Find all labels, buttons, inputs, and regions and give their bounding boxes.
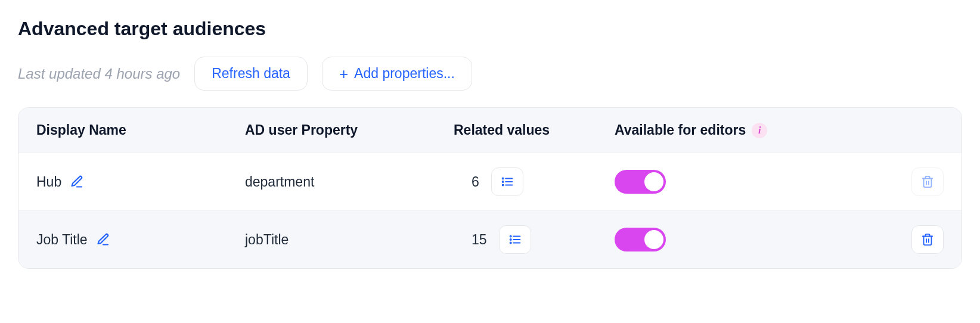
cell-display-name: Hub <box>36 174 245 190</box>
refresh-data-label: Refresh data <box>212 66 290 82</box>
trash-icon <box>921 233 934 246</box>
available-toggle[interactable] <box>615 228 666 251</box>
table-row: Job Title jobTitle 15 <box>18 210 962 268</box>
svg-point-4 <box>503 181 504 182</box>
toggle-knob <box>644 172 663 191</box>
svg-point-13 <box>510 243 511 244</box>
trash-icon <box>921 175 934 188</box>
svg-point-12 <box>510 239 511 240</box>
related-values-count: 6 <box>472 174 479 190</box>
cell-related-values: 15 <box>454 225 615 254</box>
table-header-row: Display Name AD user Property Related va… <box>18 108 962 153</box>
cell-ad-property: jobTitle <box>245 232 454 248</box>
view-values-button[interactable] <box>491 167 523 196</box>
properties-table: Display Name AD user Property Related va… <box>18 107 962 269</box>
col-header-available-label: Available for editors <box>615 122 746 138</box>
cell-available-for-editors <box>615 170 890 194</box>
edit-icon[interactable] <box>70 175 84 189</box>
info-icon[interactable]: i <box>752 123 767 138</box>
cell-actions <box>890 225 944 254</box>
add-properties-button[interactable]: + Add properties... <box>322 57 472 91</box>
page-title: Advanced target audiences <box>18 18 962 40</box>
delete-button[interactable] <box>911 225 944 254</box>
toggle-knob <box>644 230 663 249</box>
svg-point-5 <box>503 185 504 186</box>
delete-button[interactable] <box>911 167 944 196</box>
list-icon <box>501 175 514 188</box>
cell-actions <box>890 167 944 196</box>
available-toggle[interactable] <box>615 170 666 194</box>
svg-point-11 <box>510 236 511 237</box>
col-header-ad-property: AD user Property <box>245 122 454 138</box>
add-properties-label: Add properties... <box>354 66 455 82</box>
cell-available-for-editors <box>615 228 890 251</box>
cell-ad-property: department <box>245 174 454 190</box>
edit-icon[interactable] <box>96 232 110 247</box>
col-header-display-name: Display Name <box>36 122 245 138</box>
plus-icon: + <box>339 66 348 82</box>
display-name-text: Job Title <box>36 232 88 248</box>
cell-related-values: 6 <box>454 167 615 196</box>
cell-display-name: Job Title <box>36 232 245 248</box>
toolbar: Last updated 4 hours ago Refresh data + … <box>18 57 962 91</box>
refresh-data-button[interactable]: Refresh data <box>194 57 308 91</box>
display-name-text: Hub <box>36 174 61 190</box>
col-header-related-values: Related values <box>454 122 615 138</box>
view-values-button[interactable] <box>499 225 531 254</box>
ad-property-text: department <box>245 174 314 190</box>
col-header-available-for-editors: Available for editors i <box>615 122 890 138</box>
table-row: Hub department 6 <box>18 153 962 210</box>
last-updated-text: Last updated 4 hours ago <box>18 66 180 82</box>
svg-point-3 <box>503 178 504 179</box>
list-icon <box>508 233 522 246</box>
ad-property-text: jobTitle <box>245 232 289 248</box>
related-values-count: 15 <box>472 232 487 248</box>
